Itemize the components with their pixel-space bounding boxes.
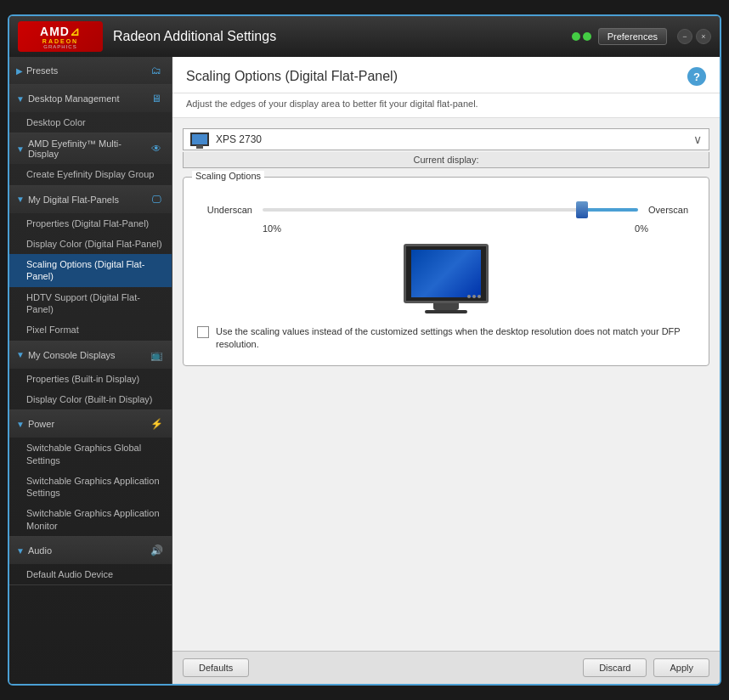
display-selector-icon bbox=[190, 133, 209, 146]
current-display-bar: Current display: bbox=[183, 152, 709, 168]
scaling-values: 10% 0% bbox=[197, 223, 695, 234]
power-label: Power bbox=[28, 419, 144, 429]
audio-label: Audio bbox=[28, 545, 144, 556]
sidebar-item-scaling-options-dfp[interactable]: Scaling Options (Digital Flat-Panel) bbox=[9, 254, 172, 287]
sidebar: ▶ Presets 🗂 ▼ Desktop Management 🖥 Deskt… bbox=[9, 57, 172, 684]
sidebar-item-hdtv-support-dfp[interactable]: HDTV Support (Digital Flat-Panel) bbox=[9, 287, 172, 320]
main-panel: Scaling Options (Digital Flat-Panel) ? A… bbox=[172, 57, 720, 684]
sidebar-header-audio[interactable]: ▼ Audio 🔊 bbox=[9, 537, 172, 564]
sidebar-section-eyefinity: ▼ AMD Eyefinity™ Multi-Display 👁 Create … bbox=[9, 133, 172, 185]
sidebar-item-create-eyefinity[interactable]: Create Eyefinity Display Group bbox=[9, 164, 172, 184]
sidebar-header-eyefinity[interactable]: ▼ AMD Eyefinity™ Multi-Display 👁 bbox=[9, 133, 172, 164]
sidebar-item-pixel-format[interactable]: Pixel Format bbox=[9, 319, 172, 340]
defaults-button[interactable]: Defaults bbox=[183, 658, 249, 677]
page-title: Scaling Options (Digital Flat-Panel) bbox=[186, 69, 398, 84]
discard-button[interactable]: Discard bbox=[583, 658, 647, 677]
dfp-arrow-icon: ▼ bbox=[16, 195, 25, 204]
main-header: Scaling Options (Digital Flat-Panel) ? bbox=[172, 57, 720, 93]
sidebar-header-console[interactable]: ▼ My Console Displays 📺 bbox=[9, 342, 172, 369]
minimize-button[interactable]: − bbox=[677, 29, 692, 44]
scaling-group-title: Scaling Options bbox=[192, 171, 264, 181]
monitor-buttons bbox=[467, 295, 481, 298]
sidebar-section-audio: ▼ Audio 🔊 Default Audio Device bbox=[9, 537, 172, 585]
scaling-checkbox[interactable] bbox=[197, 326, 209, 338]
console-arrow-icon: ▼ bbox=[16, 350, 25, 359]
dropdown-arrow-icon: ∨ bbox=[693, 133, 702, 146]
sidebar-item-properties-built-in[interactable]: Properties (Built-in Display) bbox=[9, 369, 172, 389]
help-button[interactable]: ? bbox=[687, 67, 706, 86]
preferences-area: Preferences bbox=[572, 28, 667, 45]
dfp-label: My Digital Flat-Panels bbox=[28, 195, 144, 205]
slider-track bbox=[263, 208, 638, 212]
checkbox-text: Use the scaling values instead of the cu… bbox=[216, 325, 695, 352]
desktop-label: Desktop Management bbox=[28, 93, 144, 104]
monitor-screen-outer bbox=[404, 244, 489, 303]
monitor-preview bbox=[197, 244, 695, 312]
presets-icon: 🗂 bbox=[148, 62, 165, 79]
eyefinity-arrow-icon: ▼ bbox=[16, 144, 25, 154]
sidebar-header-desktop[interactable]: ▼ Desktop Management 🖥 bbox=[9, 85, 172, 112]
close-button[interactable]: × bbox=[696, 29, 711, 44]
radeon-text: RADEON bbox=[42, 38, 78, 44]
sidebar-header-dfp[interactable]: ▼ My Digital Flat-Panels 🖵 bbox=[9, 186, 172, 213]
overscan-value: 0% bbox=[635, 223, 648, 234]
apply-button[interactable]: Apply bbox=[653, 658, 709, 677]
content-area: ▶ Presets 🗂 ▼ Desktop Management 🖥 Deskt… bbox=[9, 57, 720, 684]
monitor-base bbox=[433, 303, 459, 310]
sidebar-header-power[interactable]: ▼ Power ⚡ bbox=[9, 410, 172, 438]
sidebar-item-desktop-color[interactable]: Desktop Color bbox=[9, 112, 172, 133]
scaling-options-group: Scaling Options Underscan Overscan 10% 0… bbox=[183, 177, 709, 366]
monitor-screen-inner bbox=[411, 250, 481, 297]
scaling-row: Underscan Overscan bbox=[197, 201, 695, 218]
overscan-label: Overscan bbox=[648, 205, 695, 215]
underscan-label: Underscan bbox=[197, 205, 252, 215]
amd-logo-text: AMD⊿ bbox=[40, 25, 81, 38]
eyefinity-label: AMD Eyefinity™ Multi-Display bbox=[28, 138, 144, 159]
console-label: My Console Displays bbox=[28, 350, 144, 360]
main-window: AMD⊿ RADEON GRAPHICS Radeon Additional S… bbox=[8, 14, 721, 686]
audio-arrow-icon: ▼ bbox=[16, 546, 25, 556]
monitor-body bbox=[404, 244, 489, 312]
dfp-icon: 🖵 bbox=[148, 191, 165, 208]
sidebar-item-properties-dfp[interactable]: Properties (Digital Flat-Panel) bbox=[9, 213, 172, 234]
sidebar-item-switchable-monitor[interactable]: Switchable Graphics Application Monitor bbox=[9, 503, 172, 536]
checkbox-row: Use the scaling values instead of the cu… bbox=[197, 325, 695, 352]
sidebar-header-presets[interactable]: ▶ Presets 🗂 bbox=[9, 57, 172, 84]
desktop-icon: 🖥 bbox=[148, 90, 165, 107]
sidebar-item-switchable-app[interactable]: Switchable Graphics Application Settings bbox=[9, 471, 172, 504]
sidebar-section-power: ▼ Power ⚡ Switchable Graphics Global Set… bbox=[9, 410, 172, 537]
sidebar-item-display-color-dfp[interactable]: Display Color (Digital Flat-Panel) bbox=[9, 234, 172, 254]
monitor-btn-2 bbox=[472, 295, 476, 298]
status-dots bbox=[572, 32, 591, 41]
presets-label: Presets bbox=[26, 65, 144, 76]
power-arrow-icon: ▼ bbox=[16, 420, 25, 429]
graphics-text: GRAPHICS bbox=[43, 44, 76, 49]
bottom-bar: Defaults Discard Apply bbox=[172, 651, 720, 684]
status-dot-1 bbox=[572, 32, 580, 41]
monitor-btn-1 bbox=[467, 295, 471, 298]
monitor-btn-3 bbox=[478, 295, 481, 298]
scaling-slider-container bbox=[263, 201, 638, 218]
sidebar-item-display-color-built-in[interactable]: Display Color (Built-in Display) bbox=[9, 389, 172, 409]
sidebar-section-desktop: ▼ Desktop Management 🖥 Desktop Color bbox=[9, 85, 172, 133]
titlebar: AMD⊿ RADEON GRAPHICS Radeon Additional S… bbox=[9, 16, 720, 57]
main-content: XPS 2730 ∨ Current display: Scaling Opti… bbox=[172, 118, 720, 651]
sidebar-item-default-audio[interactable]: Default Audio Device bbox=[9, 564, 172, 584]
sidebar-section-presets: ▶ Presets 🗂 bbox=[9, 57, 172, 85]
sidebar-item-switchable-global[interactable]: Switchable Graphics Global Settings bbox=[9, 438, 172, 471]
display-name: XPS 2730 bbox=[216, 133, 693, 145]
window-controls: − × bbox=[677, 29, 711, 44]
preferences-button[interactable]: Preferences bbox=[598, 28, 667, 45]
sidebar-section-dfp: ▼ My Digital Flat-Panels 🖵 Properties (D… bbox=[9, 186, 172, 342]
app-title: Radeon Additional Settings bbox=[113, 29, 572, 44]
slider-thumb[interactable] bbox=[576, 201, 588, 218]
amd-logo: AMD⊿ RADEON GRAPHICS bbox=[18, 21, 103, 52]
display-selector[interactable]: XPS 2730 ∨ bbox=[183, 128, 709, 150]
main-description: Adjust the edges of your display area to… bbox=[172, 93, 720, 118]
sidebar-section-console: ▼ My Console Displays 📺 Properties (Buil… bbox=[9, 342, 172, 411]
presets-arrow-icon: ▶ bbox=[16, 66, 23, 76]
power-icon: ⚡ bbox=[148, 415, 165, 432]
underscan-value: 10% bbox=[263, 223, 281, 234]
console-icon: 📺 bbox=[148, 347, 165, 364]
eyefinity-icon: 👁 bbox=[148, 140, 165, 157]
